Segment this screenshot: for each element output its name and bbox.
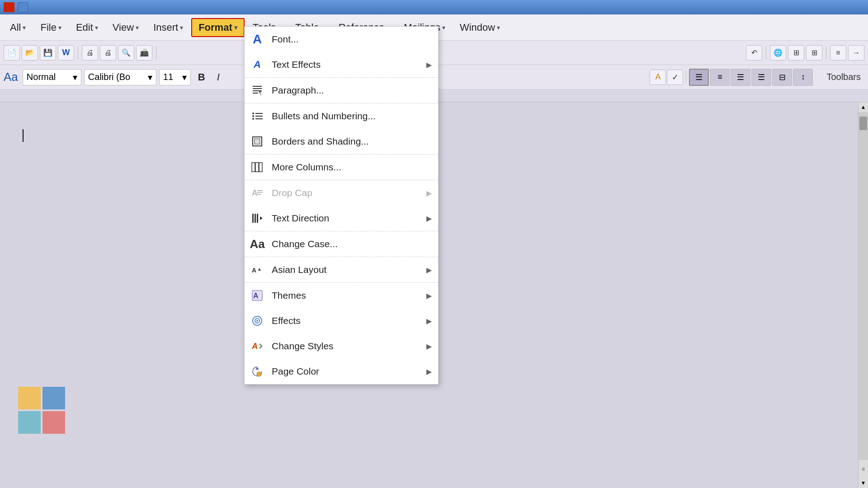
menu-entry-effects[interactable]: Effects ▶ bbox=[245, 308, 438, 333]
lines-button[interactable]: ≡ bbox=[830, 45, 846, 61]
scroll-up-arrow[interactable]: ▲ bbox=[859, 102, 868, 112]
menu-entry-text-effects[interactable]: A Text Effects ▶ bbox=[245, 52, 438, 78]
font-select[interactable]: Calibri (Bo ▾ bbox=[84, 69, 156, 85]
menu-entry-columns[interactable]: More Columns... bbox=[245, 155, 438, 180]
table-grid2-button[interactable]: ⊞ bbox=[806, 45, 822, 61]
svg-text:▲: ▲ bbox=[257, 267, 262, 272]
arrow-btn[interactable]: → bbox=[848, 45, 864, 61]
scroll-track[interactable] bbox=[859, 112, 868, 460]
effects-icon bbox=[249, 313, 265, 329]
print-preview-button[interactable]: 🖨 bbox=[82, 45, 98, 61]
line-spacing-button[interactable]: ↕ bbox=[793, 69, 813, 86]
asian-label: Asian Layout bbox=[272, 264, 420, 275]
svg-point-9 bbox=[252, 118, 254, 120]
dropcap-label: Drop Cap bbox=[272, 188, 420, 198]
svg-rect-3 bbox=[253, 93, 258, 94]
color-square-pink bbox=[42, 411, 65, 434]
word-button[interactable]: W bbox=[58, 45, 74, 61]
textdir-icon bbox=[249, 210, 265, 226]
menu-entry-themes[interactable]: A Themes ▶ bbox=[245, 283, 438, 308]
menu-entry-changecase[interactable]: Aa Change Case... bbox=[245, 231, 438, 257]
font-icon: A bbox=[249, 31, 265, 47]
svg-rect-17 bbox=[257, 190, 263, 191]
bullets-label: Bullets and Numbering... bbox=[272, 111, 432, 122]
align-extra-button[interactable]: ⊟ bbox=[772, 69, 792, 86]
top-bar-button-active[interactable] bbox=[4, 2, 14, 12]
text-effects-label: Text Effects bbox=[272, 59, 420, 70]
scroll-lines[interactable]: ≡ bbox=[859, 460, 868, 478]
file-arrow: ▾ bbox=[58, 24, 61, 31]
scrollbar-right[interactable]: ▲ ≡ ▼ bbox=[858, 102, 868, 488]
edit-arrow: ▾ bbox=[95, 24, 98, 31]
undo-button[interactable]: ↶ bbox=[746, 45, 762, 61]
align-justify-button[interactable]: ☰ bbox=[751, 69, 771, 86]
changecase-icon: Aa bbox=[249, 236, 265, 252]
highlight-button[interactable]: A bbox=[650, 70, 666, 85]
svg-text:¶: ¶ bbox=[259, 91, 261, 96]
svg-marker-23 bbox=[260, 216, 263, 220]
menu-entry-bullets[interactable]: Bullets and Numbering... bbox=[245, 103, 438, 129]
menu-view[interactable]: View ▾ bbox=[106, 19, 145, 36]
menu-entry-pagecolor[interactable]: Page Color ▶ bbox=[245, 359, 438, 384]
effects-label: Effects bbox=[272, 315, 420, 326]
sep4 bbox=[826, 46, 826, 60]
color-squares bbox=[18, 387, 65, 434]
menu-edit[interactable]: Edit ▾ bbox=[70, 19, 104, 36]
align-right-button[interactable]: ☰ bbox=[731, 69, 750, 86]
view-arrow: ▾ bbox=[136, 24, 139, 31]
menu-format[interactable]: Format ▾ bbox=[191, 18, 245, 37]
scroll-thumb[interactable] bbox=[859, 117, 867, 130]
menu-entry-changestyles[interactable]: A Change Styles ▶ bbox=[245, 333, 438, 359]
toolbars-label: Toolbars bbox=[823, 70, 864, 84]
fax-button[interactable]: 📠 bbox=[136, 45, 152, 61]
print2-button[interactable]: 🔍 bbox=[118, 45, 134, 61]
bullets-icon bbox=[249, 108, 265, 124]
table-grid-button[interactable]: ⊞ bbox=[788, 45, 804, 61]
align-left-button[interactable]: ☰ bbox=[689, 69, 709, 86]
effects-arrow: ▶ bbox=[426, 317, 432, 325]
align-center-button[interactable]: ≡ bbox=[710, 69, 730, 86]
menu-entry-font[interactable]: A Font... bbox=[245, 27, 438, 52]
text-cursor bbox=[23, 129, 24, 142]
toolbar-right: A ✓ ☰ ≡ ☰ ☰ ⊟ ↕ Toolbars bbox=[650, 69, 864, 86]
web-button[interactable]: 🌐 bbox=[770, 45, 786, 61]
menu-entry-asian[interactable]: A ▲ Asian Layout ▶ bbox=[245, 257, 438, 283]
svg-rect-22 bbox=[257, 214, 258, 223]
style-select[interactable]: Normal ▾ bbox=[23, 69, 81, 85]
size-select[interactable]: 11 ▾ bbox=[159, 69, 191, 85]
svg-text:A: A bbox=[253, 292, 259, 300]
menu-entry-dropcap[interactable]: A Drop Cap ▶ bbox=[245, 180, 438, 206]
new-button[interactable]: 📄 bbox=[4, 45, 20, 61]
menu-file[interactable]: File ▾ bbox=[34, 19, 67, 36]
svg-text:A: A bbox=[252, 267, 256, 274]
menu-entry-borders[interactable]: Borders and Shading... bbox=[245, 129, 438, 155]
open-button[interactable]: 📂 bbox=[22, 45, 38, 61]
svg-rect-8 bbox=[255, 116, 263, 117]
italic-button[interactable]: I bbox=[212, 71, 224, 83]
window-arrow: ▾ bbox=[497, 24, 500, 31]
print-button[interactable]: 🖨 bbox=[100, 45, 116, 61]
borders-icon bbox=[249, 133, 265, 150]
changestyles-label: Change Styles bbox=[272, 341, 420, 352]
format-arrow: ▾ bbox=[234, 24, 237, 31]
themes-arrow: ▶ bbox=[426, 291, 432, 300]
text-effects-arrow: ▶ bbox=[426, 61, 432, 69]
menu-all[interactable]: All ▾ bbox=[4, 19, 32, 36]
style-label: Normal bbox=[27, 72, 56, 82]
svg-point-5 bbox=[252, 113, 254, 114]
save-button[interactable]: 💾 bbox=[40, 45, 56, 61]
spellcheck-button[interactable]: ✓ bbox=[667, 70, 683, 85]
menu-entry-textdir[interactable]: Text Direction ▶ bbox=[245, 206, 438, 231]
font-label: Calibri (Bo bbox=[88, 72, 130, 82]
svg-rect-12 bbox=[255, 139, 260, 144]
size-arrow: ▾ bbox=[182, 72, 187, 83]
menu-insert[interactable]: Insert ▾ bbox=[147, 19, 189, 36]
scroll-down-arrow[interactable]: ▼ bbox=[859, 478, 868, 488]
menu-entry-paragraph[interactable]: ¶ Paragraph... bbox=[245, 78, 438, 103]
menu-window[interactable]: Window ▾ bbox=[453, 19, 506, 36]
top-bar-button-2[interactable] bbox=[18, 2, 28, 12]
format-dropdown-menu: A Font... A Text Effects ▶ ¶ Paragraph..… bbox=[244, 26, 439, 385]
bold-button[interactable]: B bbox=[193, 71, 210, 83]
changecase-label: Change Case... bbox=[272, 239, 432, 249]
svg-rect-14 bbox=[255, 163, 259, 172]
